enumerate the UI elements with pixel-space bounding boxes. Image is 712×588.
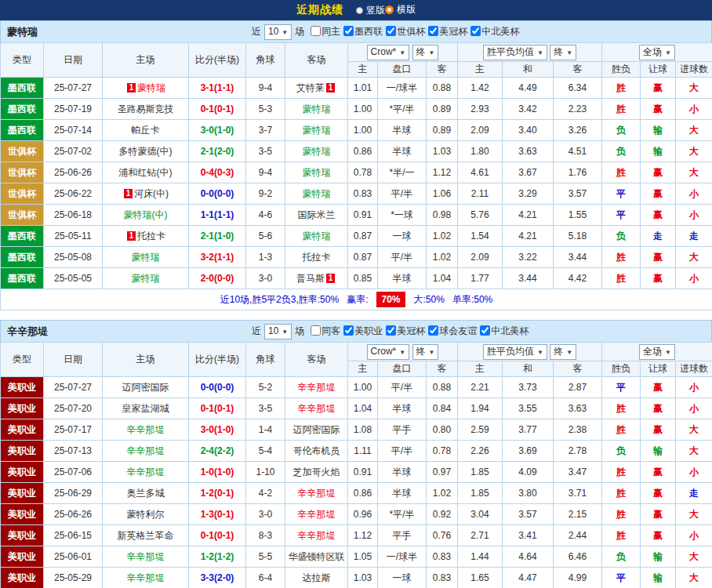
match-count-select[interactable]: 10▼ <box>264 24 292 40</box>
result-cell: 负 <box>602 226 641 247</box>
layout-option[interactable]: 横版 <box>385 3 416 16</box>
checkbox-input[interactable] <box>386 26 396 36</box>
filter-checkbox[interactable]: 同主 <box>311 26 340 37</box>
team-link[interactable]: 达拉斯 <box>303 572 331 583</box>
team-link[interactable]: 蒙特利尔 <box>127 509 165 520</box>
goals-result-cell: 大 <box>676 162 712 183</box>
team-link[interactable]: 艾特莱 <box>296 82 325 93</box>
euro-draw-odds: 4.09 <box>503 462 554 483</box>
team-link[interactable]: 圣路易斯竞技 <box>118 103 174 114</box>
home-team-cell: 蒙特利尔 <box>103 504 189 525</box>
filter-checkbox[interactable]: 美冠杯 <box>428 26 467 37</box>
europe-avg-select[interactable]: 胜平负均值▼ <box>483 344 547 360</box>
team-link[interactable]: 蒙特瑞 <box>303 103 331 114</box>
team-link[interactable]: 辛辛那堤 <box>127 445 165 456</box>
asian-final-select[interactable]: 终▼ <box>412 344 439 360</box>
checkbox-input[interactable] <box>470 26 481 36</box>
scope-select[interactable]: 全场▼ <box>639 45 675 60</box>
team-link[interactable]: 蒙特瑞 <box>137 82 165 93</box>
team-link[interactable]: 迈阿密国际 <box>293 424 340 435</box>
team-link[interactable]: 辛辛那堤 <box>127 551 165 562</box>
team-link[interactable]: 蒙特瑞(中) <box>124 209 168 220</box>
europe-final-select[interactable]: 终▼ <box>550 344 576 360</box>
checkbox-input[interactable] <box>428 325 438 336</box>
checkbox-input[interactable] <box>386 325 396 336</box>
summary-text: 单率:50% <box>452 294 492 305</box>
team-link[interactable]: 皇家盐湖城 <box>122 403 169 414</box>
team-link[interactable]: 辛辛那堤 <box>127 466 165 477</box>
team-link[interactable]: 迈阿密国际 <box>122 382 169 393</box>
asian-home-odds: 1.03 <box>348 568 378 588</box>
euro-draw-odds: 3.42 <box>503 99 554 120</box>
team-link[interactable]: 帕丘卡 <box>132 125 160 136</box>
checkbox-input[interactable] <box>343 325 354 336</box>
europe-avg-select[interactable]: 胜平负均值▼ <box>483 45 547 60</box>
away-team-cell: 迈阿密国际 <box>285 419 348 441</box>
team-link[interactable]: 河床(中) <box>134 188 169 199</box>
rank-badge: 1 <box>326 83 335 93</box>
team-link[interactable]: 蒙特瑞 <box>303 125 331 136</box>
handicap-cell: 平/半 <box>378 377 427 398</box>
team-link[interactable]: 托拉卡 <box>137 230 165 241</box>
team-link[interactable]: 蒙特瑞 <box>303 188 331 199</box>
asian-home-odds: 0.91 <box>348 462 378 483</box>
filter-checkbox[interactable]: 世俱杯 <box>386 26 425 37</box>
team-link[interactable]: 华盛顿特区联 <box>289 551 345 562</box>
team-link[interactable]: 国际米兰 <box>298 209 336 220</box>
filter-checkbox[interactable]: 墨西联 <box>343 26 383 37</box>
handicap-cell: 一/球半 <box>378 78 427 99</box>
asian-final-select[interactable]: 终▼ <box>412 45 439 60</box>
checkbox-input[interactable] <box>343 26 354 36</box>
col-header-euro-away: 客 <box>554 62 602 78</box>
match-count-select[interactable]: 10▼ <box>264 324 292 339</box>
bookmaker-select[interactable]: Crow*▼ <box>367 344 410 360</box>
checkbox-input[interactable] <box>480 325 490 336</box>
team-link[interactable]: 蒙特瑞 <box>303 146 331 157</box>
date-cell: 25-07-13 <box>44 441 103 462</box>
team-link[interactable]: 辛辛那堤 <box>127 424 165 435</box>
match-row: 美职业25-06-26蒙特利尔1-3(0-1)3-0辛辛那堤0.96*平/半0.… <box>1 504 712 525</box>
checkbox-input[interactable] <box>311 325 321 336</box>
team-section-monterrey: 蒙特瑞 近 10▼ 场 同主墨西联世俱杯美冠杯中北美杯 类型 日期 主场 比分(… <box>0 20 712 310</box>
score-cell: 1-0(1-0) <box>189 462 246 483</box>
checkbox-input[interactable] <box>311 26 321 36</box>
result-cell: 胜 <box>602 462 641 483</box>
team-link[interactable]: 辛辛那堤 <box>298 488 336 499</box>
team-link[interactable]: 辛辛那堤 <box>298 403 336 414</box>
team-link[interactable]: 辛辛那堤 <box>127 572 165 583</box>
filter-checkbox[interactable]: 中北美杯 <box>470 26 519 37</box>
team-link[interactable]: 辛辛那堤 <box>298 530 336 541</box>
bookmaker-select[interactable]: Crow*▼ <box>367 45 410 60</box>
scope-select[interactable]: 全场▼ <box>639 344 675 360</box>
filter-checkbox[interactable]: 美冠杯 <box>386 325 425 336</box>
asian-home-odds: 1.05 <box>348 546 378 568</box>
team-link[interactable]: 蒙特瑞 <box>303 167 331 178</box>
team-link[interactable]: 浦和红钻(中) <box>119 167 173 178</box>
home-team-cell: 圣路易斯竞技 <box>103 99 189 120</box>
team-link[interactable]: 托拉卡 <box>303 252 331 263</box>
team-link[interactable]: 普马斯 <box>296 273 325 284</box>
checkbox-input[interactable] <box>428 26 438 36</box>
chevron-down-icon: ▼ <box>282 29 288 36</box>
radio-unselected-icon <box>356 7 363 14</box>
away-team-cell: 普马斯1 <box>285 268 348 289</box>
team-link[interactable]: 辛辛那堤 <box>298 509 336 520</box>
team-link[interactable]: 奥兰多城 <box>127 488 165 499</box>
filter-checkbox[interactable]: 中北美杯 <box>480 325 529 336</box>
filter-checkbox[interactable]: 球会友谊 <box>428 325 477 336</box>
euro-away-odds: 2.78 <box>554 441 602 462</box>
team-link[interactable]: 蒙特瑞 <box>132 252 160 263</box>
team-link[interactable]: 多特蒙德(中) <box>119 146 173 157</box>
team-link[interactable]: 蒙特瑞 <box>303 230 331 241</box>
filter-checkbox[interactable]: 同客 <box>311 325 340 336</box>
team-link[interactable]: 蒙特瑞 <box>132 273 160 284</box>
europe-final-select[interactable]: 终▼ <box>550 45 576 60</box>
euro-home-odds: 2.26 <box>458 441 503 462</box>
euro-draw-odds: 3.63 <box>503 141 554 162</box>
team-link[interactable]: 芝加哥火焰 <box>293 466 340 477</box>
team-link[interactable]: 哥伦布机员 <box>293 445 340 456</box>
layout-option[interactable]: 竖版 <box>356 4 385 17</box>
team-link[interactable]: 新英格兰革命 <box>118 530 174 541</box>
team-link[interactable]: 辛辛那堤 <box>298 382 336 393</box>
filter-checkbox[interactable]: 美职业 <box>343 325 383 336</box>
